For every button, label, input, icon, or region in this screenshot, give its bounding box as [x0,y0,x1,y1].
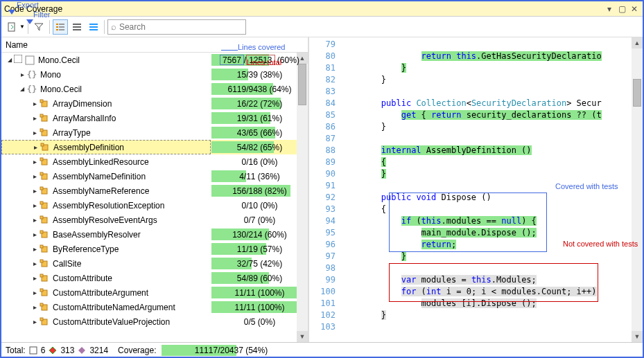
options-button[interactable]: ▾ [604,3,615,15]
expander-icon[interactable]: ▸ [31,202,39,210]
code-line: } [341,168,643,180]
tree-row[interactable]: ▸AssemblyNameReference156/188 (82%) [1,184,308,198]
svg-rect-47 [30,347,37,354]
item-name: ArrayMarshalInfo [53,114,116,123]
tree-row[interactable]: ▸AssemblyDefinition54/82 (65%) [1,140,308,154]
filter-button[interactable] [31,19,46,35]
coverage-cell: 11/11 (100%) [211,285,308,300]
scroll-up-arrow[interactable]: ▲ [632,37,643,48]
item-name: AssemblyResolutionException [53,201,164,211]
expander-icon[interactable]: ▸ [31,303,39,312]
line-number: 81 [309,62,336,74]
line-number: 82 [309,74,336,86]
tree-row[interactable]: ▸CustomAttributeValueProjection0/5 (0%) [1,314,308,329]
item-name: AssemblyResolveEventArgs [53,215,157,225]
export-button[interactable] [4,19,19,35]
coverage-cell: 15/39 (38%) [211,67,308,82]
status-fn: 313 [60,346,74,355]
line-number: 93 [309,204,336,215]
line-number: 85 [309,109,336,121]
expander-icon[interactable]: ▸ [31,216,39,224]
callout-covered-tests: Covered with tests [555,182,618,190]
expander-icon[interactable]: ▸ [18,71,26,79]
close-button[interactable]: ✕ [629,3,640,15]
flat-view-button[interactable] [86,19,101,35]
coverage-cell: 0/5 (0%) [211,314,308,329]
callout-lines-covered: Lines covered [238,43,286,51]
item-name: BaseAssemblyResolver [53,230,141,240]
code-line [341,39,643,51]
tree-row[interactable]: ▸{}Mono15/39 (38%) [1,67,308,82]
code-line: } [341,251,643,262]
tree-row[interactable]: ▸CustomAttributeArgument11/11 (100%) [1,285,308,300]
tree-row[interactable]: ▸AssemblyNameDefinition4/11 (36%) [1,169,308,184]
line-number: 101 [309,298,336,310]
line-number: 89 [309,156,336,168]
line-number: 88 [309,145,336,156]
expander-icon[interactable]: ▸ [31,274,39,283]
class-icon [39,171,50,182]
svg-rect-5 [56,29,58,30]
expander-icon[interactable]: ▸ [31,260,39,268]
search-input[interactable] [119,22,243,32]
code-line: } [341,310,643,321]
expander-icon[interactable]: ▸ [31,245,39,253]
tree-row[interactable]: ▸ArrayType43/65 (66%) [1,125,308,140]
expander-icon[interactable]: ◢ [6,56,14,64]
line-number: 79 [309,39,336,51]
expander-icon[interactable]: ◢ [18,85,26,93]
item-name: CallSite [53,259,81,269]
scroll-thumb[interactable] [633,79,641,107]
callout-not-covered: Not covered with tests [563,240,638,248]
svg-rect-3 [56,26,58,28]
scroll-down-arrow[interactable]: ▼ [297,331,308,342]
tree-row[interactable]: ▸AssemblyResolutionException0/10 (0%) [1,198,308,213]
svg-rect-38 [40,260,43,262]
tree-row[interactable]: ▸CustomAttributeNamedArgument11/11 (100%… [1,300,308,314]
expander-icon[interactable]: ▸ [31,114,39,123]
expander-icon[interactable]: ▸ [31,231,39,239]
tree-row[interactable]: ▸AssemblyResolveEventArgs0/7 (0%) [1,213,308,227]
coverage-cell: 43/65 (66%) [211,125,308,140]
expander-icon[interactable]: ▸ [31,289,39,297]
code-scrollbar[interactable]: ▲ ▼ [632,37,643,342]
expander-icon[interactable]: ▸ [31,318,39,326]
svg-rect-30 [40,202,43,204]
minimize-button[interactable]: ▢ [616,3,627,15]
tree-row[interactable]: ▸CallSite32/75 (42%) [1,256,308,271]
expander-icon[interactable]: ▸ [31,129,39,137]
list-view-button[interactable] [69,19,85,35]
coverage-cell: 54/82 (65%) [211,140,308,154]
expander-icon[interactable]: ▸ [31,187,39,195]
tree-row[interactable]: ▸ArrayDimension16/22 (72%) [1,96,308,111]
svg-rect-46 [40,318,43,321]
highlight-code-button[interactable] [53,19,68,35]
checkbox-icon[interactable] [14,55,22,65]
svg-rect-11 [89,26,98,28]
tree-scrollbar[interactable]: ▲ ▼ [297,53,308,342]
expander-icon[interactable]: ▸ [31,172,39,181]
tree-row[interactable]: ▸ByReferenceType11/19 (57%) [1,242,308,256]
class-icon [39,200,50,211]
tree-row[interactable]: ▸BaseAssemblyResolver130/214 (60%) [1,227,308,242]
tree-row[interactable]: ▸CustomAttribute54/89 (60%) [1,271,308,285]
tree-row[interactable]: ▸ArrayMarshalInfo19/31 (61%) [1,111,308,125]
svg-rect-4 [59,26,64,28]
line-number: 95 [309,227,336,239]
line-number: 100 [309,286,336,298]
expander-icon[interactable]: ▸ [31,100,39,108]
item-name: Mono.Cecil [38,55,80,65]
tree-row[interactable]: ▸AssemblyLinkedResource0/16 (0%) [1,154,308,169]
expander-icon[interactable]: ▸ [31,158,39,166]
code-line: internal AssemblyDefinition () [341,145,643,156]
class-icon [39,156,50,168]
scroll-down-arrow[interactable]: ▼ [632,331,643,342]
tree-row[interactable]: ◢{}Mono.Cecil6119/9438 (64%) [1,82,308,96]
search-box[interactable]: ⌕ [107,19,246,35]
svg-rect-12 [89,29,98,30]
export-dropdown[interactable]: ▼ [19,24,25,30]
scroll-thumb[interactable] [298,64,306,105]
class-icon [40,142,51,153]
line-number: 83 [309,86,336,98]
expander-icon[interactable]: ▸ [31,143,40,152]
